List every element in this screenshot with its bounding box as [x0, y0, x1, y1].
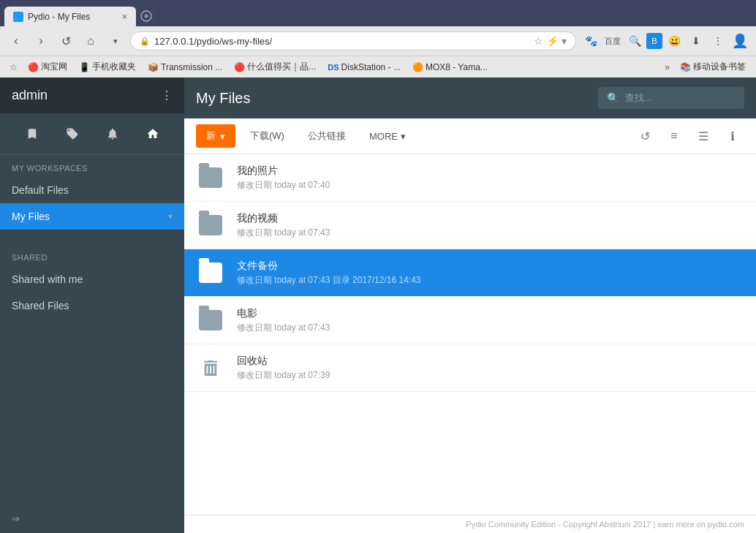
footer: Pydio Community Edition - Copyright Abst…	[184, 515, 756, 533]
tab-bar: Pydio - My Files ×	[0, 0, 756, 26]
sidebar-bookmark-icon[interactable]	[19, 121, 45, 147]
file-toolbar: 新 ▾ 下载(W) 公共链接 MORE ▾ ↺ ≡ ☰ ℹ	[184, 118, 756, 154]
file-info-movies: 电影 修改日期 today at 07:43	[237, 307, 744, 334]
folder-icon-movies	[196, 306, 225, 335]
sidebar-item-default-files[interactable]: Default Files	[0, 177, 184, 203]
my-files-label: My Files	[12, 211, 50, 222]
bookmark-diskstation[interactable]: DS DiskStation - ...	[323, 61, 405, 74]
profile-b-button[interactable]: B	[646, 33, 662, 49]
bookmarks-star[interactable]: ☆	[6, 60, 20, 75]
file-name-videos: 我的视频	[237, 212, 744, 225]
download-button[interactable]: 下载(W)	[241, 124, 293, 148]
reload-button[interactable]: ↺	[56, 31, 76, 51]
transmission-label: Transmission ...	[161, 62, 222, 72]
address-text: 127.0.0.1/pydio/ws-my-files/	[154, 36, 529, 47]
star-icon[interactable]: ☆	[534, 35, 543, 47]
new-label: 新	[206, 129, 216, 143]
dropdown-icon[interactable]: ▾	[562, 35, 567, 47]
more-button[interactable]: MORE ▾	[360, 126, 415, 147]
menu-button[interactable]: ⋮	[708, 31, 728, 51]
bookmark-transmission[interactable]: 📦 Transmission ...	[143, 61, 227, 74]
address-bar[interactable]: 🔒 127.0.0.1/pydio/ws-my-files/ ☆ ⚡ ▾	[130, 31, 576, 50]
bookmark-more[interactable]: »	[662, 61, 673, 74]
folder-icon-photos	[196, 163, 225, 192]
sidebar-item-my-files[interactable]: My Files ▾	[0, 203, 184, 230]
folder-icon-videos	[196, 211, 225, 240]
mox8-icon: 🟠	[412, 62, 423, 72]
worth-label: 什么值得买｜品...	[247, 61, 316, 73]
tab-close-button[interactable]: ×	[121, 11, 127, 22]
taobao-icon: 🔴	[28, 62, 39, 72]
sidebar-item-shared-files[interactable]: Shared Files	[0, 292, 184, 319]
search-button[interactable]: 🔍	[624, 31, 645, 51]
sort-button[interactable]: ≡	[662, 124, 686, 148]
download-button[interactable]: ⬇	[686, 31, 706, 51]
page-title: My Files	[196, 90, 589, 107]
paw-button[interactable]: 🐾	[581, 31, 601, 51]
browser-toolbar-right: 🐾 百度 🔍 B 😀 ⬇ ⋮ 👤	[581, 31, 750, 51]
baidu-button[interactable]: 百度	[602, 31, 623, 51]
file-name-movies: 电影	[237, 307, 744, 320]
bookmark-worth[interactable]: 🔴 什么值得买｜品...	[230, 59, 320, 75]
file-item-photos[interactable]: 我的照片 修改日期 today at 07:40	[184, 154, 756, 202]
refresh-button[interactable]: ↺	[633, 124, 657, 148]
lightning-icon[interactable]: ⚡	[546, 35, 559, 47]
search-box[interactable]: 🔍 查找...	[598, 87, 744, 109]
sidebar-bell-icon[interactable]	[99, 121, 126, 147]
more-dropdown-icon: ▾	[401, 131, 406, 142]
public-link-button[interactable]: 公共链接	[299, 124, 355, 148]
home-button[interactable]: ⌂	[80, 31, 101, 51]
info-button[interactable]: ℹ	[721, 124, 744, 148]
app-header: My Files 🔍 查找...	[184, 78, 756, 118]
file-list: 我的照片 修改日期 today at 07:40 我的视频 修改日期 today…	[184, 154, 756, 515]
emoji-button[interactable]: 😀	[664, 31, 684, 51]
file-info-videos: 我的视频 修改日期 today at 07:43	[237, 212, 744, 239]
shared-with-me-label: Shared with me	[12, 273, 83, 285]
history-button[interactable]: ▾	[105, 31, 126, 51]
sidebar-tag-icon[interactable]	[59, 121, 86, 147]
new-button[interactable]: 新 ▾	[196, 124, 235, 148]
file-item-movies[interactable]: 电影 修改日期 today at 07:43	[184, 297, 756, 344]
sidebar-item-shared-with-me[interactable]: Shared with me	[0, 266, 184, 292]
tab-label: Pydio - My Files	[28, 12, 90, 22]
bookmark-phone-collect[interactable]: 📱 手机收藏夹	[75, 59, 140, 75]
file-meta-photos: 修改日期 today at 07:40	[237, 179, 744, 192]
address-secure-icon: 🔒	[140, 37, 150, 46]
file-info-photos: 我的照片 修改日期 today at 07:40	[237, 165, 744, 192]
back-button[interactable]: ‹	[6, 31, 26, 51]
tab-favicon	[13, 12, 23, 22]
search-input[interactable]: 查找...	[625, 91, 652, 105]
file-info-trash: 回收站 修改日期 today at 07:39	[237, 355, 744, 382]
file-name-trash: 回收站	[237, 355, 744, 368]
file-meta-backup: 修改日期 today at 07:43 目录 2017/12/16 14:43	[237, 274, 744, 287]
file-item-trash[interactable]: 回收站 修改日期 today at 07:39	[184, 344, 756, 392]
shared-label: Shared	[0, 244, 184, 266]
file-meta-movies: 修改日期 today at 07:43	[237, 322, 744, 334]
file-info-backup: 文件备份 修改日期 today at 07:43 目录 2017/12/16 1…	[237, 260, 744, 287]
search-icon: 🔍	[607, 92, 619, 104]
sidebar-bottom-arrow[interactable]: ⇒	[0, 504, 184, 533]
new-dropdown-icon: ▾	[220, 131, 225, 142]
bookmark-mox8[interactable]: 🟠 MOX8 - Yama...	[408, 61, 492, 74]
sidebar-more-icon[interactable]: ⋮	[161, 88, 173, 102]
phone-collect-icon: 📱	[79, 62, 90, 72]
active-tab[interactable]: Pydio - My Files ×	[4, 7, 136, 26]
file-item-backup[interactable]: 文件备份 修改日期 today at 07:43 目录 2017/12/16 1…	[184, 249, 756, 297]
worth-icon: 🔴	[234, 62, 245, 72]
bookmark-mobile[interactable]: 📚 移动设备书签	[676, 59, 750, 75]
file-item-videos[interactable]: 我的视频 修改日期 today at 07:43	[184, 202, 756, 249]
list-view-button[interactable]: ☰	[692, 124, 715, 148]
diskstation-icon: DS	[328, 63, 339, 72]
bookmark-taobao[interactable]: 🔴 淘宝网	[23, 59, 72, 75]
folder-icon-backup	[196, 258, 225, 287]
forward-button[interactable]: ›	[31, 31, 51, 51]
sidebar-home-icon[interactable]	[140, 121, 166, 147]
shared-files-label: Shared Files	[12, 300, 69, 311]
trash-icon-wrap	[196, 353, 225, 382]
file-name-backup: 文件备份	[237, 260, 744, 273]
more-label: »	[665, 62, 670, 72]
avatar-button[interactable]: 👤	[730, 31, 750, 51]
username-label: admin	[12, 88, 48, 103]
my-files-expand-icon: ▾	[168, 211, 173, 222]
new-tab-button[interactable]	[136, 6, 156, 26]
